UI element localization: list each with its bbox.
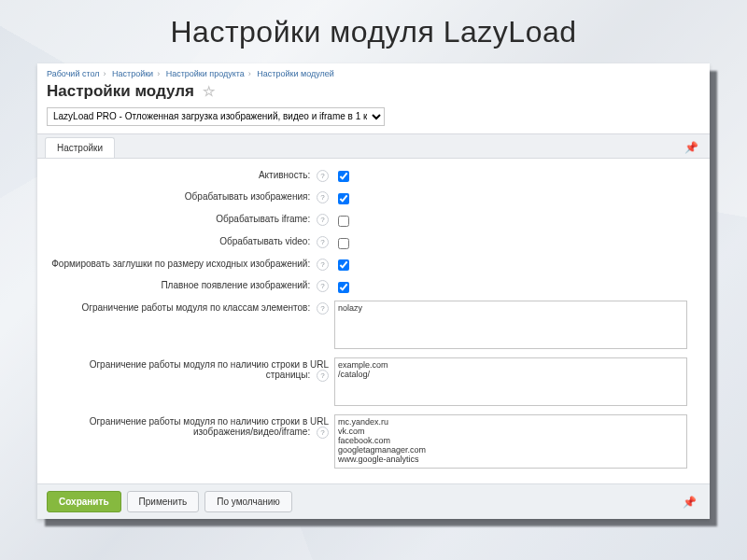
page-heading: Настройки модуля ☆ [37, 82, 710, 106]
tab-settings[interactable]: Настройки [45, 137, 115, 158]
help-icon[interactable]: ? [317, 427, 329, 439]
page-title: Настройки модуля LazyLoad [0, 15, 747, 49]
field-label: Обрабатывать iframe: ? [49, 212, 334, 226]
field-label: Активность: ? [49, 168, 334, 182]
tabs-bar: Настройки 📌 [37, 133, 710, 159]
field-label: Ограничение работы модуля по классам эле… [49, 301, 334, 315]
field-label: Плавное появление изображений: ? [49, 278, 334, 292]
pin-icon[interactable]: 📌 [684, 141, 702, 154]
help-icon[interactable]: ? [317, 280, 329, 292]
field-label: Ограничение работы модуля по наличию стр… [49, 357, 334, 382]
exclude-asset-url-textarea[interactable]: mc.yandex.ru vk.com facebook.com googlet… [334, 414, 687, 469]
field-label: Обрабатывать video: ? [49, 234, 334, 248]
default-button[interactable]: По умолчанию [204, 491, 292, 512]
apply-button[interactable]: Применить [127, 491, 200, 512]
save-button[interactable]: Сохранить [47, 491, 121, 512]
star-icon[interactable]: ☆ [203, 83, 215, 99]
breadcrumb: Рабочий стол› Настройки› Настройки проду… [37, 63, 710, 82]
process-iframe-checkbox[interactable] [338, 216, 349, 227]
process-images-checkbox[interactable] [338, 193, 349, 204]
help-icon[interactable]: ? [317, 191, 329, 203]
help-icon[interactable]: ? [317, 214, 329, 226]
help-icon[interactable]: ? [317, 170, 329, 182]
breadcrumb-item[interactable]: Настройки [112, 69, 153, 78]
help-icon[interactable]: ? [317, 259, 329, 271]
breadcrumb-item[interactable]: Настройки модулей [257, 69, 333, 78]
help-icon[interactable]: ? [317, 302, 329, 315]
exclude-classes-textarea[interactable]: nolazy [334, 301, 687, 349]
exclude-page-url-textarea[interactable]: example.com /catalog/ [334, 357, 687, 406]
admin-panel: Рабочий стол› Настройки› Настройки проду… [37, 63, 710, 519]
field-label: Формировать заглушки по размеру исходных… [49, 257, 334, 271]
placeholder-size-checkbox[interactable] [338, 259, 349, 271]
field-label: Ограничение работы модуля по наличию стр… [49, 414, 334, 439]
help-icon[interactable]: ? [317, 370, 329, 382]
pin-icon[interactable]: 📌 [683, 496, 700, 509]
process-video-checkbox[interactable] [338, 238, 349, 249]
form-area: Активность: ? Обрабатывать изображения: … [37, 159, 710, 473]
breadcrumb-item[interactable]: Рабочий стол [47, 69, 100, 78]
help-icon[interactable]: ? [317, 236, 329, 248]
breadcrumb-item[interactable]: Настройки продукта [166, 69, 245, 78]
active-checkbox[interactable] [338, 171, 349, 182]
footer-bar: Сохранить Применить По умолчанию 📌 [37, 483, 710, 519]
field-label: Обрабатывать изображения: ? [49, 189, 334, 203]
smooth-appear-checkbox[interactable] [338, 282, 349, 293]
module-select[interactable]: LazyLoad PRO - Отложенная загрузка изобр… [47, 107, 385, 126]
